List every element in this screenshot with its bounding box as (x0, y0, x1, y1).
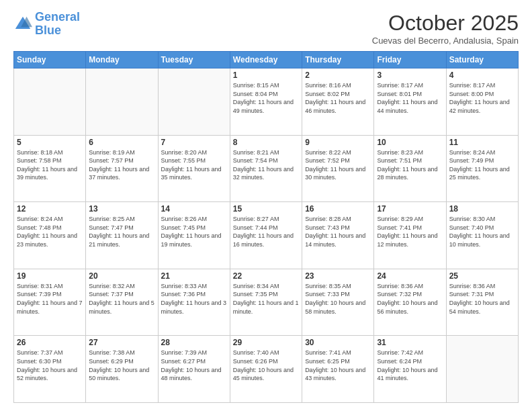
day-info: Sunrise: 7:40 AMSunset: 6:26 PMDaylight:… (233, 349, 299, 382)
day-info: Sunrise: 8:20 AMSunset: 7:55 PMDaylight:… (161, 148, 227, 182)
week-row-5: 26Sunrise: 7:37 AMSunset: 6:30 PMDayligh… (14, 336, 519, 403)
day-info: Sunrise: 8:31 AMSunset: 7:39 PMDaylight:… (17, 282, 83, 316)
calendar-cell (446, 336, 518, 403)
month-title: October 2025 (372, 11, 519, 36)
day-info: Sunrise: 8:32 AMSunset: 7:37 PMDaylight:… (89, 282, 154, 316)
day-number: 1 (233, 71, 299, 80)
day-number: 18 (449, 204, 515, 214)
calendar-cell: 17Sunrise: 8:29 AMSunset: 7:41 PMDayligh… (374, 202, 446, 269)
weekday-header-row: SundayMondayTuesdayWednesdayThursdayFrid… (14, 52, 519, 68)
calendar-cell: 23Sunrise: 8:35 AMSunset: 7:33 PMDayligh… (302, 269, 374, 336)
week-row-3: 12Sunrise: 8:24 AMSunset: 7:48 PMDayligh… (14, 202, 519, 269)
weekday-header-saturday: Saturday (446, 52, 518, 68)
day-number: 11 (449, 138, 515, 147)
calendar-cell: 28Sunrise: 7:39 AMSunset: 6:27 PMDayligh… (158, 336, 230, 403)
day-number: 30 (305, 338, 371, 347)
day-info: Sunrise: 8:33 AMSunset: 7:36 PMDaylight:… (161, 282, 227, 316)
calendar-cell: 3Sunrise: 8:17 AMSunset: 8:01 PMDaylight… (374, 68, 446, 136)
weekday-header-tuesday: Tuesday (158, 52, 230, 68)
day-info: Sunrise: 8:22 AMSunset: 7:52 PMDaylight:… (305, 148, 371, 182)
day-info: Sunrise: 8:26 AMSunset: 7:45 PMDaylight:… (161, 215, 227, 248)
header: General Blue October 2025 Cuevas del Bec… (13, 11, 519, 46)
calendar-cell: 26Sunrise: 7:37 AMSunset: 6:30 PMDayligh… (14, 336, 86, 403)
day-info: Sunrise: 7:42 AMSunset: 6:24 PMDaylight:… (377, 349, 443, 382)
week-row-4: 19Sunrise: 8:31 AMSunset: 7:39 PMDayligh… (14, 269, 519, 336)
day-info: Sunrise: 8:15 AMSunset: 8:04 PMDaylight:… (233, 81, 299, 115)
calendar-cell: 2Sunrise: 8:16 AMSunset: 8:02 PMDaylight… (302, 68, 374, 136)
day-info: Sunrise: 7:37 AMSunset: 6:30 PMDaylight:… (17, 349, 83, 382)
day-number: 20 (89, 271, 154, 281)
calendar-cell: 13Sunrise: 8:25 AMSunset: 7:47 PMDayligh… (86, 202, 158, 269)
calendar-cell: 21Sunrise: 8:33 AMSunset: 7:36 PMDayligh… (158, 269, 230, 336)
calendar-cell: 1Sunrise: 8:15 AMSunset: 8:04 PMDaylight… (230, 68, 302, 136)
day-info: Sunrise: 8:21 AMSunset: 7:54 PMDaylight:… (233, 148, 299, 182)
day-number: 16 (305, 204, 371, 214)
calendar-cell: 31Sunrise: 7:42 AMSunset: 6:24 PMDayligh… (374, 336, 446, 403)
day-info: Sunrise: 8:36 AMSunset: 7:31 PMDaylight:… (449, 282, 515, 316)
day-number: 23 (305, 271, 371, 281)
calendar-cell: 22Sunrise: 8:34 AMSunset: 7:35 PMDayligh… (230, 269, 302, 336)
calendar-cell: 8Sunrise: 8:21 AMSunset: 7:54 PMDaylight… (230, 135, 302, 202)
day-info: Sunrise: 8:28 AMSunset: 7:43 PMDaylight:… (305, 215, 371, 248)
title-block: October 2025 Cuevas del Becerro, Andalus… (372, 11, 519, 46)
day-info: Sunrise: 8:25 AMSunset: 7:47 PMDaylight:… (89, 215, 154, 248)
day-info: Sunrise: 8:18 AMSunset: 7:58 PMDaylight:… (17, 148, 83, 182)
day-number: 6 (89, 138, 154, 147)
calendar-cell: 20Sunrise: 8:32 AMSunset: 7:37 PMDayligh… (86, 269, 158, 336)
calendar-cell (14, 68, 86, 136)
day-info: Sunrise: 8:24 AMSunset: 7:49 PMDaylight:… (449, 148, 515, 182)
day-info: Sunrise: 8:16 AMSunset: 8:02 PMDaylight:… (305, 81, 371, 115)
calendar-cell: 4Sunrise: 8:17 AMSunset: 8:00 PMDaylight… (446, 68, 518, 136)
day-info: Sunrise: 8:17 AMSunset: 8:00 PMDaylight:… (449, 81, 515, 115)
logo-line2: Blue (35, 24, 61, 37)
day-info: Sunrise: 7:38 AMSunset: 6:29 PMDaylight:… (89, 349, 154, 382)
logo-line1: General (35, 10, 80, 24)
day-number: 26 (17, 338, 83, 347)
calendar-cell: 27Sunrise: 7:38 AMSunset: 6:29 PMDayligh… (86, 336, 158, 403)
day-info: Sunrise: 8:30 AMSunset: 7:40 PMDaylight:… (449, 215, 515, 248)
day-number: 3 (377, 71, 443, 80)
day-number: 8 (233, 138, 299, 147)
location: Cuevas del Becerro, Andalusia, Spain (372, 36, 519, 46)
calendar-cell: 10Sunrise: 8:23 AMSunset: 7:51 PMDayligh… (374, 135, 446, 202)
day-info: Sunrise: 7:41 AMSunset: 6:25 PMDaylight:… (305, 349, 371, 382)
calendar-cell: 19Sunrise: 8:31 AMSunset: 7:39 PMDayligh… (14, 269, 86, 336)
calendar-cell (158, 68, 230, 136)
day-info: Sunrise: 8:17 AMSunset: 8:01 PMDaylight:… (377, 81, 443, 115)
calendar-cell: 25Sunrise: 8:36 AMSunset: 7:31 PMDayligh… (446, 269, 518, 336)
calendar: SundayMondayTuesdayWednesdayThursdayFrid… (13, 51, 519, 403)
day-number: 5 (17, 138, 83, 147)
page: General Blue October 2025 Cuevas del Bec… (0, 0, 532, 411)
day-info: Sunrise: 8:29 AMSunset: 7:41 PMDaylight:… (377, 215, 443, 248)
calendar-cell: 14Sunrise: 8:26 AMSunset: 7:45 PMDayligh… (158, 202, 230, 269)
day-number: 28 (161, 338, 227, 347)
day-info: Sunrise: 8:36 AMSunset: 7:32 PMDaylight:… (377, 282, 443, 316)
week-row-2: 5Sunrise: 8:18 AMSunset: 7:58 PMDaylight… (14, 135, 519, 202)
day-number: 27 (89, 338, 154, 347)
day-number: 15 (233, 204, 299, 214)
weekday-header-sunday: Sunday (14, 52, 86, 68)
day-info: Sunrise: 8:24 AMSunset: 7:48 PMDaylight:… (17, 215, 83, 248)
day-number: 24 (377, 271, 443, 281)
calendar-cell: 6Sunrise: 8:19 AMSunset: 7:57 PMDaylight… (86, 135, 158, 202)
day-number: 9 (305, 138, 371, 147)
day-number: 29 (233, 338, 299, 347)
day-info: Sunrise: 8:19 AMSunset: 7:57 PMDaylight:… (89, 148, 154, 182)
day-number: 22 (233, 271, 299, 281)
weekday-header-wednesday: Wednesday (230, 52, 302, 68)
day-number: 4 (449, 71, 515, 80)
weekday-header-monday: Monday (86, 52, 158, 68)
calendar-cell: 12Sunrise: 8:24 AMSunset: 7:48 PMDayligh… (14, 202, 86, 269)
calendar-cell: 15Sunrise: 8:27 AMSunset: 7:44 PMDayligh… (230, 202, 302, 269)
logo-icon (13, 15, 32, 34)
week-row-1: 1Sunrise: 8:15 AMSunset: 8:04 PMDaylight… (14, 68, 519, 136)
day-number: 2 (305, 71, 371, 80)
calendar-cell: 24Sunrise: 8:36 AMSunset: 7:32 PMDayligh… (374, 269, 446, 336)
calendar-cell: 5Sunrise: 8:18 AMSunset: 7:58 PMDaylight… (14, 135, 86, 202)
weekday-header-friday: Friday (374, 52, 446, 68)
day-number: 19 (17, 271, 83, 281)
day-number: 21 (161, 271, 227, 281)
day-number: 7 (161, 138, 227, 147)
day-number: 25 (449, 271, 515, 281)
day-number: 17 (377, 204, 443, 214)
